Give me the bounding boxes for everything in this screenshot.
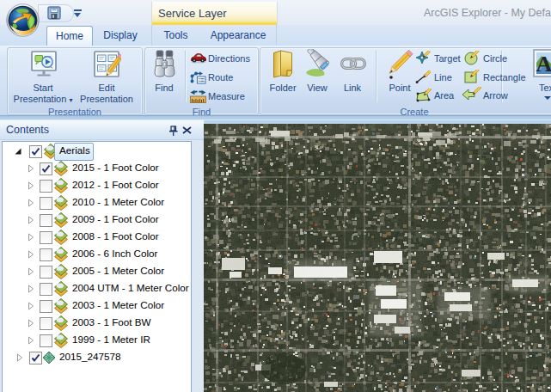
svg-text:A: A (536, 52, 551, 77)
